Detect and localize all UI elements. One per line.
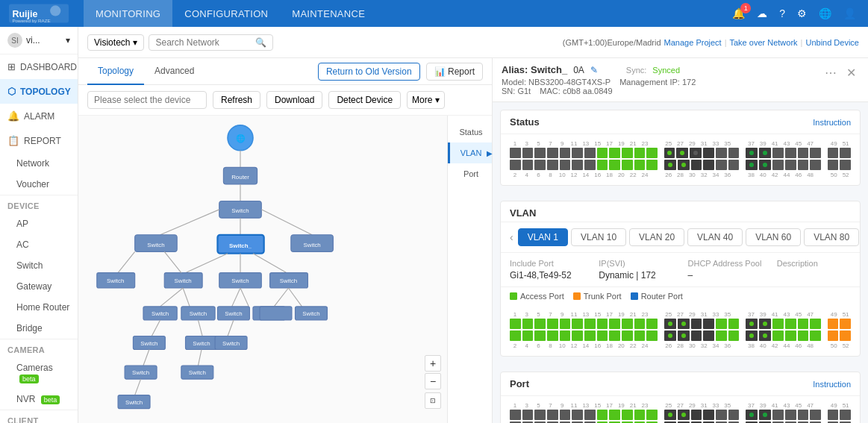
vlan-port-50[interactable] <box>828 330 839 341</box>
language-icon[interactable]: 🌐 <box>816 6 834 21</box>
port-37[interactable] <box>746 148 758 158</box>
vlan-port-3[interactable] <box>522 319 534 329</box>
zoom-out-button[interactable]: − <box>425 373 441 389</box>
p-11[interactable] <box>572 410 583 420</box>
sidebar-item-network[interactable]: Network <box>0 153 78 174</box>
port-15[interactable] <box>597 148 608 158</box>
vlan-port-47[interactable] <box>810 319 821 329</box>
device-close-button[interactable]: ✕ <box>843 64 859 81</box>
device-more-button[interactable]: ⋯ <box>820 64 841 81</box>
port-9[interactable] <box>560 148 571 158</box>
port-33[interactable] <box>716 148 727 158</box>
p-41[interactable] <box>772 410 784 420</box>
vlan-port-20[interactable] <box>622 330 633 341</box>
nav-monitoring[interactable]: MONITORING <box>84 0 172 27</box>
zoom-in-button[interactable]: + <box>425 355 441 372</box>
port-38[interactable] <box>746 160 758 170</box>
p-19[interactable] <box>622 410 633 420</box>
port-8[interactable] <box>547 160 558 170</box>
port-16[interactable] <box>597 160 608 170</box>
p-15[interactable] <box>597 410 608 420</box>
p-13[interactable] <box>584 410 596 420</box>
sidebar-item-topology[interactable]: ⬡ TOPOLOGY <box>0 79 78 104</box>
p-47[interactable] <box>810 410 821 420</box>
port-18[interactable] <box>609 160 620 170</box>
search-input[interactable] <box>155 37 252 48</box>
port-11[interactable] <box>572 148 583 158</box>
p-1[interactable] <box>510 410 521 420</box>
p-33[interactable] <box>716 410 727 420</box>
vlan-port-11[interactable] <box>572 319 583 329</box>
vlan-port-18[interactable] <box>609 330 620 341</box>
device-select-input[interactable] <box>87 91 207 109</box>
port-28[interactable] <box>678 160 690 170</box>
port-4[interactable] <box>522 160 534 170</box>
vlan-port-13[interactable] <box>584 319 596 329</box>
vlan-port-6[interactable] <box>534 330 546 341</box>
p-35[interactable] <box>728 410 740 420</box>
p-49[interactable] <box>828 410 839 420</box>
vlan-port-14[interactable] <box>584 330 596 341</box>
vlan-port-40[interactable] <box>759 330 771 341</box>
port-43[interactable] <box>785 148 796 158</box>
vlan-tab-10[interactable]: VLAN 10 <box>571 228 626 246</box>
vlan-port-30[interactable] <box>691 330 702 341</box>
tab-advanced[interactable]: Advanced <box>144 58 204 85</box>
vlan-port-43[interactable] <box>785 319 796 329</box>
port-2[interactable] <box>510 160 521 170</box>
cloud-icon[interactable]: ☁ <box>754 6 770 21</box>
report-button[interactable]: 📊 Report <box>426 63 483 81</box>
sidebar-item-dashboard[interactable]: ⊞ DASHBOARD <box>0 54 78 79</box>
vlan-tab-1[interactable]: VLAN 1 <box>518 228 568 246</box>
vlan-port-4[interactable] <box>522 330 534 341</box>
sidebar-item-ac[interactable]: AC <box>0 234 78 255</box>
port-27[interactable] <box>676 148 688 158</box>
p-23[interactable] <box>646 410 658 420</box>
notification-icon[interactable]: 🔔 1 <box>729 6 748 21</box>
port-49[interactable] <box>828 148 839 158</box>
port-31[interactable] <box>703 148 714 158</box>
port-50[interactable] <box>828 160 839 170</box>
sidebar-item-cameras[interactable]: Cameras beta <box>0 357 78 389</box>
p-5[interactable] <box>534 410 546 420</box>
vlan-port-1[interactable] <box>510 319 521 329</box>
vlan-port-52[interactable] <box>840 330 851 341</box>
port-47[interactable] <box>810 148 821 158</box>
sidebar-item-report[interactable]: 📋 REPORT <box>0 128 78 153</box>
port-51[interactable] <box>840 148 851 158</box>
vlan-port-10[interactable] <box>560 330 571 341</box>
port-6[interactable] <box>534 160 546 170</box>
vlan-port-2[interactable] <box>510 330 521 341</box>
port-40[interactable] <box>759 160 771 170</box>
vlan-port-15[interactable] <box>597 319 608 329</box>
vlan-port-23[interactable] <box>646 319 658 329</box>
sidebar-item-gateway[interactable]: Gateway <box>0 276 78 297</box>
vlan-port-48[interactable] <box>810 330 821 341</box>
settings-icon[interactable]: ⚙ <box>794 6 810 21</box>
port-17[interactable] <box>609 148 620 158</box>
p-9[interactable] <box>560 410 571 420</box>
side-menu-vlan[interactable]: VLAN ▶ <box>448 142 492 163</box>
download-button[interactable]: Download <box>266 91 322 109</box>
port-44[interactable] <box>785 160 796 170</box>
port-30[interactable] <box>691 160 702 170</box>
edit-icon[interactable]: ✎ <box>590 65 598 75</box>
vlan-port-5[interactable] <box>534 319 546 329</box>
sidebar-item-bridge[interactable]: Bridge <box>0 318 78 339</box>
port-instruction-link[interactable]: Instruction <box>813 380 851 389</box>
zoom-fit-button[interactable]: ⊡ <box>425 392 441 409</box>
port-34[interactable] <box>716 160 727 170</box>
port-5[interactable] <box>534 148 546 158</box>
nav-configuration[interactable]: CONFIGURATION <box>172 0 280 27</box>
sidebar-item-ap[interactable]: AP <box>0 213 78 234</box>
vlan-port-8[interactable] <box>547 330 558 341</box>
port-35[interactable] <box>728 148 740 158</box>
port-21[interactable] <box>634 148 646 158</box>
vlan-port-19[interactable] <box>622 319 633 329</box>
side-menu-status[interactable]: Status <box>448 122 492 142</box>
nav-maintenance[interactable]: MAINTENANCE <box>280 0 377 27</box>
port-41[interactable] <box>772 148 784 158</box>
vlan-port-16[interactable] <box>597 330 608 341</box>
return-old-version-button[interactable]: Return to Old Version <box>318 63 420 81</box>
p-39[interactable] <box>759 410 771 420</box>
